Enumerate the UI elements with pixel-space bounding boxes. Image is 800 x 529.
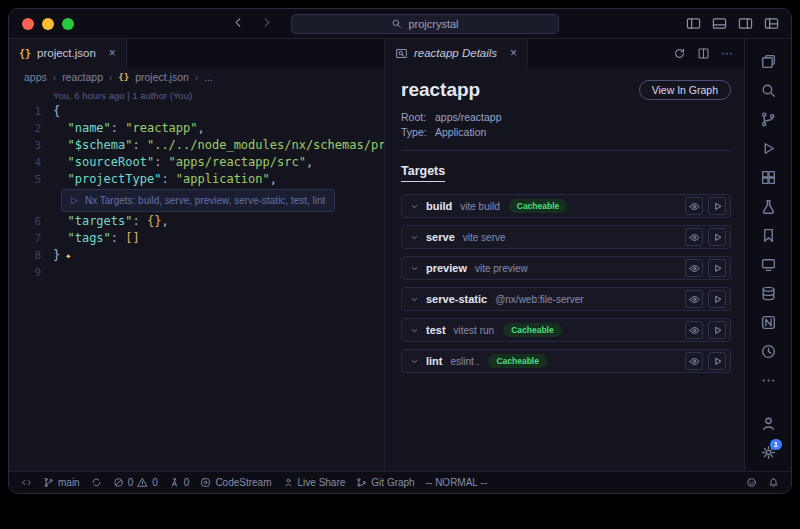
bookmarks-icon[interactable] [745, 221, 791, 250]
code-line[interactable]: 1{ [9, 103, 384, 120]
customize-layout-icon[interactable] [764, 16, 779, 31]
target-row-test[interactable]: testvitest runCacheable [401, 318, 731, 342]
cacheable-badge: Cacheable [488, 354, 547, 368]
toggle-sidebar-right-icon[interactable] [738, 16, 753, 31]
sync-indicator[interactable] [91, 477, 102, 488]
codelens-annotation[interactable]: You, 6 hours ago | 1 author (You) [53, 89, 384, 103]
split-editor-icon[interactable] [697, 47, 710, 60]
run-target-button[interactable] [708, 259, 726, 277]
run-target-button[interactable] [708, 197, 726, 215]
show-target-config-button[interactable] [685, 197, 703, 215]
codestream-indicator[interactable]: CodeStream [200, 477, 271, 488]
close-window-button[interactable] [22, 18, 34, 30]
remote-connect-icon [21, 477, 32, 488]
show-target-config-button[interactable] [685, 259, 703, 277]
source-control-icon[interactable] [745, 105, 791, 134]
minimize-window-button[interactable] [42, 18, 54, 30]
remote-indicator[interactable] [21, 477, 32, 488]
warning-icon [137, 477, 148, 488]
live-share-indicator[interactable]: Live Share [283, 477, 346, 488]
close-tab-icon[interactable]: × [109, 47, 116, 59]
target-row-serve-static[interactable]: serve-static@nx/web:file-server [401, 287, 731, 311]
breadcrumb-item[interactable]: apps [24, 71, 47, 83]
problems-indicator[interactable]: 0 0 [113, 477, 158, 488]
extensions-icon[interactable] [745, 163, 791, 192]
git-branch-indicator[interactable]: main [43, 477, 80, 488]
ai-sparkle-icon[interactable]: ✦ [65, 250, 71, 261]
radio-tower-icon [169, 477, 180, 488]
navigate-back-icon[interactable] [232, 15, 245, 33]
chevron-down-icon[interactable] [410, 264, 419, 273]
target-name: serve-static [426, 293, 487, 305]
show-target-config-button[interactable] [685, 352, 703, 370]
code-line[interactable]: 6 "targets": {}, [9, 213, 384, 230]
remote-explorer-icon[interactable] [745, 250, 791, 279]
target-row-lint[interactable]: linteslint .Cacheable [401, 349, 731, 373]
show-target-config-button[interactable] [685, 228, 703, 246]
more-actions-icon[interactable]: ··· [721, 46, 733, 60]
zoom-window-button[interactable] [62, 18, 74, 30]
nx-targets-hint[interactable]: ▷Nx Targets: build, serve, preview, serv… [61, 189, 335, 212]
nx-console-icon[interactable] [745, 308, 791, 337]
target-row-serve[interactable]: servevite serve [401, 225, 731, 249]
run-target-button[interactable] [708, 290, 726, 308]
show-target-config-button[interactable] [685, 321, 703, 339]
feedback-indicator[interactable] [746, 477, 757, 488]
account-icon[interactable] [745, 409, 791, 438]
error-icon [113, 477, 124, 488]
code-line[interactable]: 8}✦ [9, 247, 384, 264]
breadcrumb-item[interactable]: reactapp [62, 71, 103, 83]
run-debug-icon[interactable] [745, 134, 791, 163]
code-line[interactable]: 4 "sourceRoot": "apps/reactapp/src", [9, 154, 384, 171]
targets-list: buildvite buildCacheableservevite servep… [401, 194, 731, 373]
line-number: 7 [9, 230, 41, 247]
run-target-button[interactable] [708, 321, 726, 339]
nx-hint-text: Nx Targets: build, serve, preview, serve… [85, 192, 325, 209]
notifications-indicator[interactable] [768, 477, 779, 488]
testing-icon[interactable] [745, 192, 791, 221]
search-icon[interactable] [745, 76, 791, 105]
settings-gear-icon[interactable]: 1 [745, 438, 791, 467]
chevron-down-icon[interactable] [410, 357, 419, 366]
database-icon[interactable] [745, 279, 791, 308]
breadcrumb-item[interactable]: ... [204, 71, 213, 83]
code-line[interactable]: 5 "projectType": "application", [9, 171, 384, 188]
explorer-icon[interactable] [745, 47, 791, 76]
navigate-forward-icon[interactable] [260, 15, 273, 33]
editor-group-left: {} project.json × apps › reactapp › {} p… [9, 39, 385, 471]
show-target-config-button[interactable] [685, 290, 703, 308]
target-command: eslint . [451, 356, 480, 367]
target-name: serve [426, 231, 455, 243]
line-number: 5 [9, 171, 41, 188]
target-row-build[interactable]: buildvite buildCacheable [401, 194, 731, 218]
chevron-down-icon[interactable] [410, 326, 419, 335]
play-outline-icon: ▷ [71, 192, 78, 209]
target-row-preview[interactable]: previewvite preview [401, 256, 731, 280]
history-icon[interactable] [745, 337, 791, 366]
code-line[interactable]: 7 "tags": [] [9, 230, 384, 247]
chevron-down-icon[interactable] [410, 295, 419, 304]
tab-project-json[interactable]: {} project.json × [9, 39, 127, 67]
more-views-icon[interactable] [745, 366, 791, 395]
tab-reactapp-details[interactable]: reactapp Details × [385, 39, 528, 67]
ports-indicator[interactable]: 0 [169, 477, 190, 488]
command-center-search[interactable]: projcrystal [291, 14, 559, 34]
vim-mode-indicator[interactable]: -- NORMAL -- [426, 477, 487, 488]
toggle-sidebar-left-icon[interactable] [686, 16, 701, 31]
close-tab-icon[interactable]: × [510, 47, 517, 59]
target-command: vite preview [475, 263, 528, 274]
code-editor[interactable]: You, 6 hours ago | 1 author (You) 1{2 "n… [9, 87, 384, 471]
code-line[interactable]: 3 "$schema": "../../node_modules/nx/sche… [9, 137, 384, 154]
code-line[interactable]: 9 [9, 264, 384, 281]
view-in-graph-button[interactable]: View In Graph [639, 80, 731, 100]
git-graph-indicator[interactable]: Git Graph [356, 477, 414, 488]
chevron-down-icon[interactable] [410, 202, 419, 211]
refresh-icon[interactable] [673, 47, 686, 60]
chevron-down-icon[interactable] [410, 233, 419, 242]
run-target-button[interactable] [708, 228, 726, 246]
nx-project-details-panel: reactapp View In Graph Root:apps/reactap… [385, 67, 744, 471]
breadcrumb-item[interactable]: project.json [135, 71, 189, 83]
run-target-button[interactable] [708, 352, 726, 370]
code-line[interactable]: 2 "name": "reactapp", [9, 120, 384, 137]
toggle-panel-icon[interactable] [712, 16, 727, 31]
